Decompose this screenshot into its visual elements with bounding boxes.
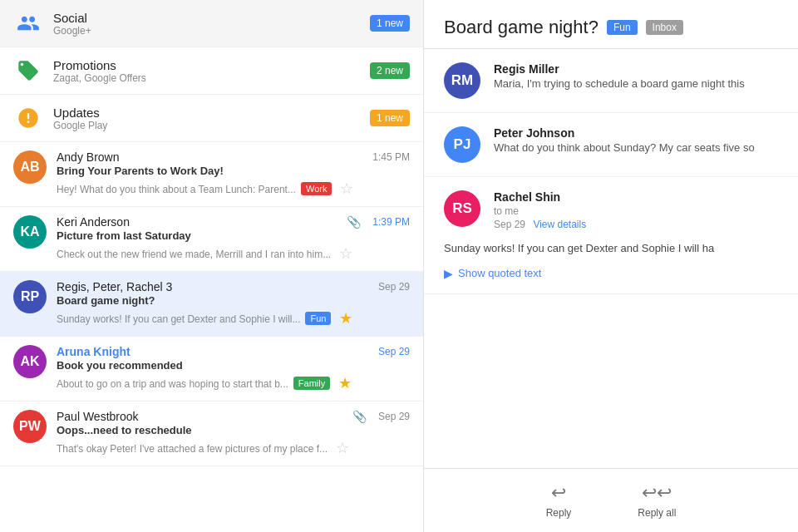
email-row-andy[interactable]: AB Andy Brown 1:45 PM Bring Your Parents… bbox=[0, 142, 423, 207]
social-sub: Google+ bbox=[53, 25, 370, 37]
sender-paul: Paul Westbrook bbox=[57, 410, 139, 423]
email-body-regis: Regis, Peter, Rachel 3 Sep 29 Board game… bbox=[57, 280, 410, 328]
promotions-sub: Zagat, Google Offers bbox=[53, 72, 370, 84]
subject-regis: Board game night? bbox=[57, 294, 410, 307]
time-andy: 1:45 PM bbox=[372, 151, 410, 163]
thread-panel: Board game night? Fun Inbox RM Regis Mil… bbox=[424, 0, 798, 532]
email-body-paul: Paul Westbrook 📎 Sep 29 Oops...need to r… bbox=[57, 410, 410, 457]
msg-preview-peter: What do you think about Sunday? My car s… bbox=[494, 141, 778, 154]
thread-tag-inbox: Inbox bbox=[646, 20, 683, 35]
thread-title: Board game night? bbox=[444, 17, 598, 38]
email-row-aruna[interactable]: AK Aruna Knight Sep 29 Book you recommen… bbox=[0, 337, 423, 401]
promotions-info: Promotions Zagat, Google Offers bbox=[53, 58, 370, 84]
avatar-msg-peter: PJ bbox=[444, 126, 480, 163]
updates-info: Updates Google Play bbox=[53, 106, 370, 131]
preview-andy: Hey! What do you think about a Team Lunc… bbox=[57, 184, 296, 195]
quoted-arrow-icon: ▶ bbox=[444, 267, 453, 280]
avatar-paul: PW bbox=[13, 410, 47, 443]
tag-fun-regis: Fun bbox=[305, 312, 331, 325]
email-list-panel: Social Google+ 1 new Promotions Zagat, G… bbox=[0, 0, 424, 532]
reply-all-label: Reply all bbox=[638, 507, 676, 519]
sender-regis: Regis, Peter, Rachel 3 bbox=[57, 280, 172, 293]
avatar-regis: RP bbox=[13, 280, 47, 313]
message-regis: RM Regis Miller Maria, I'm trying to sch… bbox=[424, 49, 798, 113]
show-quoted-label: Show quoted text bbox=[458, 267, 541, 279]
avatar-aruna: AK bbox=[13, 345, 47, 378]
msg-sender-regis: Regis Miller bbox=[494, 62, 778, 76]
sender-andy: Andy Brown bbox=[57, 150, 119, 164]
reply-all-icon: ↩↩ bbox=[642, 482, 672, 504]
tag-family-aruna: Family bbox=[293, 377, 330, 390]
category-promotions[interactable]: Promotions Zagat, Google Offers 2 new bbox=[0, 47, 423, 95]
preview-regis: Sunday works! If you can get Dexter and … bbox=[57, 313, 300, 325]
msg-content-rachel: Rachel Shin to me Sep 29 View details bbox=[494, 190, 778, 230]
reply-button[interactable]: ↩ Reply bbox=[546, 482, 572, 519]
preview-paul: That's okay Peter! I've attached a few p… bbox=[57, 443, 328, 455]
star-keri[interactable]: ☆ bbox=[339, 244, 352, 263]
email-row-keri[interactable]: KA Keri Anderson 📎 1:39 PM Picture from … bbox=[0, 207, 423, 272]
email-row-regis[interactable]: RP Regis, Peter, Rachel 3 Sep 29 Board g… bbox=[0, 272, 423, 337]
email-body-aruna: Aruna Knight Sep 29 Book you recommended… bbox=[57, 345, 410, 392]
reply-all-button[interactable]: ↩↩ Reply all bbox=[638, 482, 676, 519]
category-updates[interactable]: Updates Google Play 1 new bbox=[0, 95, 423, 142]
updates-icon bbox=[13, 103, 43, 133]
preview-keri: Check out the new friend we made, Merril… bbox=[57, 249, 331, 260]
sender-aruna: Aruna Knight bbox=[57, 345, 131, 358]
time-regis: Sep 29 bbox=[378, 281, 410, 293]
subject-keri: Picture from last Saturday bbox=[57, 229, 410, 242]
show-quoted-btn[interactable]: ▶ Show quoted text bbox=[444, 267, 778, 280]
view-details-link[interactable]: View details bbox=[533, 219, 586, 230]
avatar-keri: KA bbox=[13, 215, 47, 249]
updates-sub: Google Play bbox=[53, 120, 370, 131]
msg-meta-rachel: to me bbox=[494, 205, 778, 217]
msg-preview-regis: Maria, I'm trying to schedule a board ga… bbox=[494, 77, 778, 90]
reply-bar: ↩ Reply ↩↩ Reply all bbox=[424, 468, 798, 532]
reply-label: Reply bbox=[546, 507, 572, 519]
msg-content-peter: Peter Johnson What do you think about Su… bbox=[494, 126, 778, 163]
preview-aruna: About to go on a trip and was hoping to … bbox=[57, 378, 288, 390]
social-info: Social Google+ bbox=[53, 11, 370, 37]
subject-aruna: Book you recommended bbox=[57, 359, 410, 372]
avatar-msg-rachel: RS bbox=[444, 190, 480, 227]
message-peter: PJ Peter Johnson What do you think about… bbox=[424, 113, 798, 177]
star-aruna[interactable]: ★ bbox=[338, 374, 352, 392]
social-icon bbox=[13, 8, 43, 38]
msg-sender-rachel: Rachel Shin bbox=[494, 190, 778, 204]
promotions-icon bbox=[13, 56, 43, 86]
star-regis[interactable]: ★ bbox=[339, 309, 352, 328]
reply-icon: ↩ bbox=[551, 482, 566, 504]
message-rachel: RS Rachel Shin to me Sep 29 View details… bbox=[424, 177, 798, 294]
category-social[interactable]: Social Google+ 1 new bbox=[0, 0, 423, 47]
email-body-andy: Andy Brown 1:45 PM Bring Your Parents to… bbox=[57, 150, 410, 198]
email-row-paul[interactable]: PW Paul Westbrook 📎 Sep 29 Oops...need t… bbox=[0, 401, 423, 466]
social-badge: 1 new bbox=[370, 15, 410, 32]
updates-badge: 1 new bbox=[370, 110, 410, 126]
promotions-name: Promotions bbox=[53, 58, 370, 72]
social-name: Social bbox=[53, 11, 370, 25]
rachel-body: Sunday works! If you can get Dexter and … bbox=[444, 240, 778, 257]
clip-icon-keri: 📎 bbox=[347, 215, 361, 229]
msg-date-rachel: Sep 29 View details bbox=[494, 219, 778, 230]
email-body-keri: Keri Anderson 📎 1:39 PM Picture from las… bbox=[57, 215, 410, 263]
thread-tag-fun: Fun bbox=[607, 20, 638, 35]
avatar-msg-regis: RM bbox=[444, 62, 480, 99]
subject-andy: Bring Your Parents to Work Day! bbox=[57, 165, 410, 177]
star-andy[interactable]: ☆ bbox=[340, 180, 353, 198]
msg-content-regis: Regis Miller Maria, I'm trying to schedu… bbox=[494, 62, 778, 99]
sender-keri: Keri Anderson bbox=[57, 215, 130, 229]
thread-header: Board game night? Fun Inbox bbox=[424, 0, 798, 49]
avatar-andy: AB bbox=[13, 150, 47, 184]
msg-sender-peter: Peter Johnson bbox=[494, 126, 778, 140]
time-paul: Sep 29 bbox=[378, 411, 410, 422]
subject-paul: Oops...need to reschedule bbox=[57, 424, 410, 436]
updates-name: Updates bbox=[53, 106, 370, 120]
tag-work-andy: Work bbox=[301, 182, 332, 195]
star-paul[interactable]: ☆ bbox=[336, 439, 349, 457]
promotions-badge: 2 new bbox=[370, 62, 410, 79]
clip-icon-paul: 📎 bbox=[352, 410, 367, 423]
time-keri: 1:39 PM bbox=[372, 216, 410, 228]
time-aruna: Sep 29 bbox=[378, 346, 410, 357]
